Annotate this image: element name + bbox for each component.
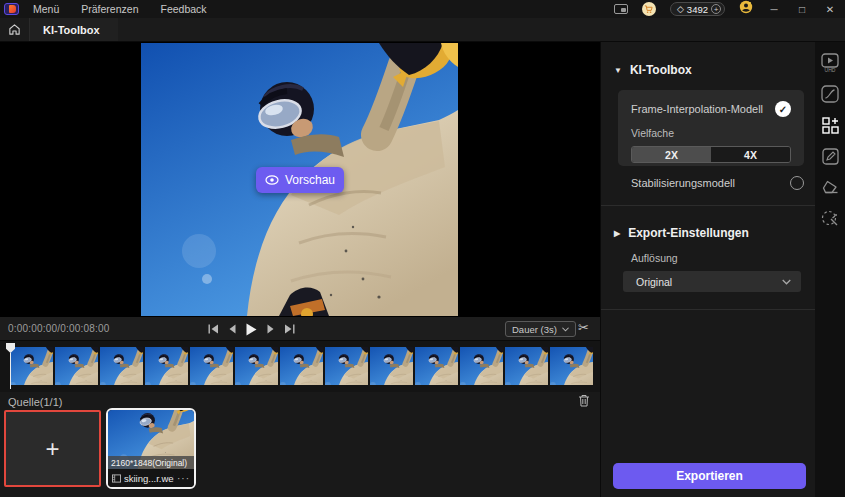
filmstrip-frame[interactable]	[370, 347, 413, 385]
option-2x[interactable]: 2X	[632, 147, 711, 162]
clip-more-button[interactable]: ···	[177, 473, 190, 484]
filmstrip-frame[interactable]	[10, 347, 53, 385]
tab-ki-toolbox[interactable]: KI-Toolbox	[30, 18, 118, 41]
prev-frame-button[interactable]	[229, 324, 236, 334]
eye-icon	[265, 175, 279, 185]
curve-adjust-icon[interactable]	[819, 83, 841, 105]
multiple-label: Vielfache	[631, 127, 791, 139]
account-vip-icon[interactable]	[739, 0, 753, 18]
menu-item-menu[interactable]: Menü	[33, 3, 59, 15]
timeline-filmstrip-area	[0, 341, 600, 392]
filmstrip-frame[interactable]	[460, 347, 503, 385]
panel-divider	[601, 205, 816, 206]
coin-balance[interactable]: ◇ 3492 +	[670, 2, 725, 16]
duration-label: Dauer (3s)	[512, 324, 557, 335]
ai-toolbox-title: KI-Toolbox	[630, 63, 692, 77]
store-cart-icon[interactable]	[642, 2, 656, 16]
source-area: Quelle(1/1) + 2160*1848(Original) skiing…	[0, 392, 600, 497]
settings-panel: ▼ KI-Toolbox Frame-Interpolation-Modell …	[600, 42, 815, 497]
video-enhance-uhd-icon[interactable]: UHD	[819, 52, 841, 74]
coin-count: 3492	[687, 4, 708, 15]
right-toolbar: UHD	[815, 42, 845, 497]
resolution-select[interactable]: Original	[623, 271, 801, 292]
edit-pencil-icon[interactable]	[819, 145, 841, 167]
stabilization-row: Stabilisierungsmodell	[631, 176, 804, 190]
model-selected-check-icon[interactable]: ✓	[775, 101, 791, 117]
menu-bar: Menü Präferenzen Feedback	[33, 3, 207, 15]
filmstrip-frame[interactable]	[55, 347, 98, 385]
multiplier-segmented-control: 2X 4X	[631, 146, 791, 163]
playback-controls-bar: 0:00:00:00/0:00:08:00 Dauer (3s) ✂	[0, 317, 600, 341]
filmstrip-frame[interactable]	[415, 347, 458, 385]
filmstrip-frame[interactable]	[550, 347, 593, 385]
option-4x[interactable]: 4X	[711, 147, 790, 162]
maximize-button[interactable]: □	[795, 4, 809, 15]
stabilization-label: Stabilisierungsmodell	[631, 177, 735, 189]
chevron-down-icon	[782, 279, 791, 285]
filmstrip-frame[interactable]	[280, 347, 323, 385]
resolution-label: Auflösung	[631, 252, 678, 264]
collapse-caret-right-icon: ▶	[614, 229, 620, 238]
filmstrip-frame[interactable]	[235, 347, 278, 385]
duration-select[interactable]: Dauer (3s)	[505, 321, 576, 337]
menu-item-preferences[interactable]: Präferenzen	[81, 3, 138, 15]
gem-icon: ◇	[677, 5, 684, 14]
device-cast-icon[interactable]	[614, 4, 628, 14]
export-settings-section-header[interactable]: ▶ Export-Einstellungen	[614, 226, 749, 240]
trim-scissors-button[interactable]: ✂	[578, 320, 589, 335]
panel-divider	[601, 309, 816, 310]
resolution-value: Original	[636, 276, 672, 288]
delete-source-button[interactable]	[578, 394, 590, 410]
home-button[interactable]	[0, 18, 30, 41]
magic-select-icon[interactable]	[819, 207, 841, 229]
ai-toolbox-grid-icon[interactable]	[819, 114, 841, 136]
next-frame-button[interactable]	[267, 324, 274, 334]
playhead-line	[10, 353, 12, 389]
tab-bar: KI-Toolbox	[0, 18, 845, 42]
filmstrip-frame[interactable]	[100, 347, 143, 385]
add-source-button[interactable]: +	[4, 410, 101, 487]
home-icon	[8, 23, 21, 36]
close-button[interactable]: ✕	[823, 4, 837, 15]
playhead[interactable]	[6, 343, 15, 389]
film-icon	[112, 474, 121, 483]
play-button[interactable]	[246, 323, 257, 336]
title-bar: Menü Präferenzen Feedback ◇ 3492 + ─ □ ✕	[0, 0, 845, 18]
tab-label: KI-Toolbox	[43, 24, 100, 36]
chevron-down-icon	[562, 327, 569, 332]
skip-start-button[interactable]	[208, 324, 219, 334]
eraser-icon[interactable]	[819, 176, 841, 198]
clip-resolution-badge: 2160*1848(Original)	[108, 456, 194, 469]
add-coins-icon[interactable]: +	[711, 4, 721, 14]
plus-icon: +	[45, 435, 59, 463]
svg-text:UHD: UHD	[825, 67, 836, 73]
preview-button-label: Vorschau	[285, 173, 335, 187]
skip-end-button[interactable]	[284, 324, 295, 334]
filmstrip-frame[interactable]	[325, 347, 368, 385]
video-preview-area: Vorschau	[0, 42, 600, 317]
filmstrip-frame[interactable]	[145, 347, 188, 385]
minimize-button[interactable]: ─	[767, 4, 781, 15]
transport-controls	[208, 317, 295, 341]
app-logo-icon	[4, 3, 19, 15]
filmstrip-frame[interactable]	[190, 347, 233, 385]
frame-interpolation-label: Frame-Interpolation-Modell	[631, 103, 763, 115]
stabilization-radio[interactable]	[790, 176, 804, 190]
source-title: Quelle(1/1)	[8, 396, 62, 408]
clip-filename: skiing...r.webm	[124, 473, 174, 484]
cart-glyph-icon	[644, 5, 653, 14]
frame-interpolation-card: Frame-Interpolation-Modell ✓ Vielfache 2…	[618, 90, 804, 166]
ai-toolbox-section-header[interactable]: ▼ KI-Toolbox	[614, 63, 692, 77]
timecode: 0:00:00:00/0:00:08:00	[8, 323, 110, 334]
vip-avatar-glyph-icon	[739, 0, 753, 14]
source-clip-card[interactable]: 2160*1848(Original) skiing...r.webm ···	[106, 408, 196, 489]
clip-thumbnail: 2160*1848(Original)	[108, 410, 194, 469]
menu-item-feedback[interactable]: Feedback	[160, 3, 206, 15]
collapse-caret-down-icon: ▼	[614, 66, 622, 75]
export-button[interactable]: Exportieren	[613, 463, 806, 489]
preview-button[interactable]: Vorschau	[256, 167, 344, 193]
clip-footer: skiing...r.webm ···	[108, 469, 194, 487]
export-settings-title: Export-Einstellungen	[628, 226, 749, 240]
trash-icon	[578, 394, 590, 407]
filmstrip-frame[interactable]	[505, 347, 548, 385]
